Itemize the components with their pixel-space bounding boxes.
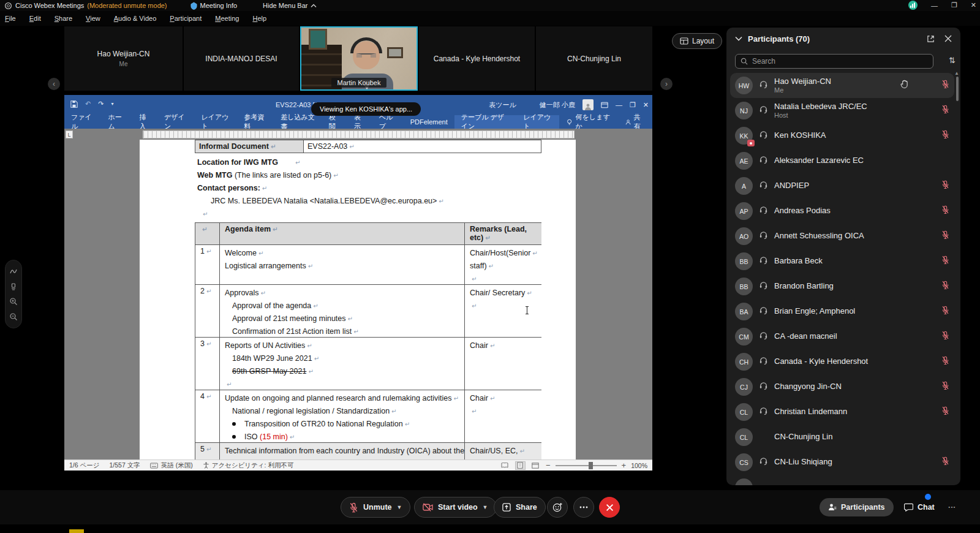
- muted-mic-indicator[interactable]: [941, 281, 949, 292]
- more-panels-button[interactable]: ···: [940, 498, 965, 516]
- muted-mic-indicator[interactable]: [941, 130, 949, 142]
- muted-mic-indicator[interactable]: [941, 180, 949, 192]
- zoom-in-icon[interactable]: [9, 297, 18, 306]
- unmute-button[interactable]: Unmute ▼: [341, 497, 410, 518]
- scrollbar-up-arrow[interactable]: ▲: [954, 70, 959, 76]
- muted-mic-indicator[interactable]: [941, 456, 949, 468]
- video-tile-3[interactable]: Martin Koubek: [300, 26, 418, 91]
- ribbon-tab[interactable]: PDFelement: [404, 115, 454, 129]
- filmstrip-next-button[interactable]: ›: [660, 78, 673, 90]
- ribbon-tab[interactable]: 表示: [347, 115, 372, 129]
- menu-item-edit[interactable]: Edit: [29, 15, 41, 22]
- zoom-slider[interactable]: [556, 465, 617, 466]
- video-tile-4[interactable]: Canada - Kyle Hendershot: [419, 26, 535, 91]
- close-button[interactable]: ✕: [971, 1, 976, 9]
- participants-search-input[interactable]: Search: [735, 54, 933, 69]
- participant-row[interactable]: AEAleksander Lazarevic EC: [730, 148, 954, 173]
- ribbon-tab[interactable]: ホーム: [102, 115, 133, 129]
- word-count[interactable]: 1/557 文字: [110, 461, 140, 470]
- panel-collapse-icon[interactable]: [735, 36, 742, 41]
- read-mode-view-icon[interactable]: [500, 461, 510, 470]
- sort-participants-icon[interactable]: ⇅: [949, 56, 956, 65]
- ribbon-tab[interactable]: レイアウト: [194, 115, 237, 129]
- participant-row[interactable]: NJNatalia Lebedeva JRC/ECHost: [730, 98, 954, 123]
- participant-row[interactable]: CSCN-Liu Shiqiang: [730, 450, 954, 475]
- save-icon[interactable]: [70, 100, 78, 108]
- participant-row[interactable]: AANDPIEP: [730, 173, 954, 198]
- menu-item-participant[interactable]: Participant: [170, 15, 202, 22]
- word-user-avatar[interactable]: [582, 99, 594, 110]
- popout-panel-icon[interactable]: [927, 35, 935, 43]
- muted-mic-indicator[interactable]: [941, 205, 949, 217]
- web-layout-view-icon[interactable]: [530, 461, 541, 470]
- chat-toggle-button[interactable]: Chat: [895, 498, 943, 516]
- annotate-pen-icon[interactable]: [9, 267, 18, 276]
- redo-icon[interactable]: ↷: [98, 100, 104, 108]
- ribbon-tab[interactable]: 参考資料: [238, 115, 274, 129]
- unmute-options-chevron[interactable]: ▼: [397, 504, 402, 510]
- document-page[interactable]: Informal Document↵ EVS22-A03↵ Location f…: [140, 140, 576, 459]
- menu-item-help[interactable]: Help: [252, 15, 266, 22]
- tab-selector[interactable]: L: [66, 130, 73, 138]
- meeting-info-button[interactable]: Meeting Info: [200, 2, 238, 9]
- muted-mic-indicator[interactable]: [941, 105, 949, 116]
- hide-menu-bar-button[interactable]: Hide Menu Bar: [263, 2, 307, 9]
- muted-mic-indicator[interactable]: [941, 306, 949, 317]
- muted-mic-indicator[interactable]: [941, 80, 949, 91]
- print-layout-view-icon[interactable]: [515, 461, 526, 470]
- muted-mic-indicator[interactable]: [941, 356, 949, 368]
- menu-item-view[interactable]: View: [86, 15, 100, 22]
- ribbon-display-options-icon[interactable]: [601, 102, 608, 108]
- ribbon-tab[interactable]: 差し込み文書: [274, 115, 322, 129]
- restore-button[interactable]: ❐: [951, 1, 957, 9]
- ribbon-context-tab[interactable]: レイアウト: [516, 115, 559, 129]
- leave-meeting-button[interactable]: [599, 497, 620, 518]
- connection-stats-icon[interactable]: [908, 1, 918, 10]
- close-panel-icon[interactable]: [944, 35, 952, 42]
- participant-row[interactable]: AOAnnett Schuessling OICA: [730, 224, 954, 249]
- menu-item-meeting[interactable]: Meeting: [215, 15, 239, 22]
- video-options-chevron[interactable]: ▼: [483, 504, 488, 510]
- participants-scrollbar[interactable]: [956, 77, 959, 101]
- participant-row[interactable]: CLChristian Lindemann: [730, 399, 954, 425]
- muted-mic-indicator[interactable]: [941, 230, 949, 242]
- participant-row[interactable]: CMCA -dean macneil: [730, 324, 954, 349]
- laser-pointer-icon[interactable]: [9, 282, 18, 291]
- filmstrip-prev-button[interactable]: ‹: [48, 78, 60, 90]
- participant-row[interactable]: BBBrandon Bartling: [730, 274, 954, 299]
- ribbon-context-tab[interactable]: テーブル デザイン: [454, 115, 516, 129]
- participant-row[interactable]: CJChangyong Jin-CN: [730, 374, 954, 399]
- minimize-button[interactable]: —: [931, 2, 938, 9]
- menu-item-share[interactable]: Share: [55, 15, 72, 22]
- language-indicator[interactable]: 英語 (米国): [161, 461, 193, 470]
- video-tile-5[interactable]: CN-Chunjing Lin: [536, 26, 652, 91]
- muted-mic-indicator[interactable]: [941, 381, 949, 393]
- zoom-slider-thumb[interactable]: [589, 462, 593, 469]
- word-minimize-button[interactable]: —: [616, 101, 622, 108]
- participant-row[interactable]: APAndreas Podias: [730, 198, 954, 224]
- zoom-percentage[interactable]: 100%: [631, 462, 647, 469]
- accessibility-status[interactable]: アクセシビリティ: 利用不可: [212, 461, 294, 470]
- menu-item-audio-video[interactable]: Audio & Video: [114, 15, 157, 22]
- undo-icon[interactable]: ↶: [85, 100, 91, 108]
- participant-row[interactable]: KKKen KOSHIKA: [730, 123, 954, 148]
- zoom-in-button[interactable]: +: [622, 461, 627, 470]
- horizontal-ruler[interactable]: [143, 130, 575, 138]
- participant-row[interactable]: BBBarbara Beck: [730, 249, 954, 274]
- ribbon-tab[interactable]: デザイン: [157, 115, 195, 129]
- zoom-out-icon[interactable]: [9, 312, 18, 321]
- word-restore-button[interactable]: ❐: [630, 101, 636, 109]
- layout-button[interactable]: Layout: [672, 33, 722, 49]
- muted-mic-indicator[interactable]: [941, 255, 949, 267]
- video-tile-1[interactable]: Hao Weijian-CNMe: [64, 26, 183, 91]
- word-document-area[interactable]: Informal Document↵ EVS22-A03↵ Location f…: [64, 140, 652, 459]
- menu-item-file[interactable]: File: [5, 15, 16, 22]
- qat-customize-icon[interactable]: ▾: [111, 101, 113, 107]
- video-tile-2[interactable]: INDIA-MANOJ DESAI: [184, 26, 299, 91]
- page-indicator[interactable]: 1/6 ページ: [69, 461, 100, 470]
- word-close-button[interactable]: ✕: [643, 101, 649, 109]
- participants-toggle-button[interactable]: Participants: [820, 498, 894, 516]
- muted-mic-indicator[interactable]: [941, 331, 949, 342]
- share-button[interactable]: Share: [494, 497, 546, 518]
- start-video-button[interactable]: Start video ▼: [414, 497, 497, 518]
